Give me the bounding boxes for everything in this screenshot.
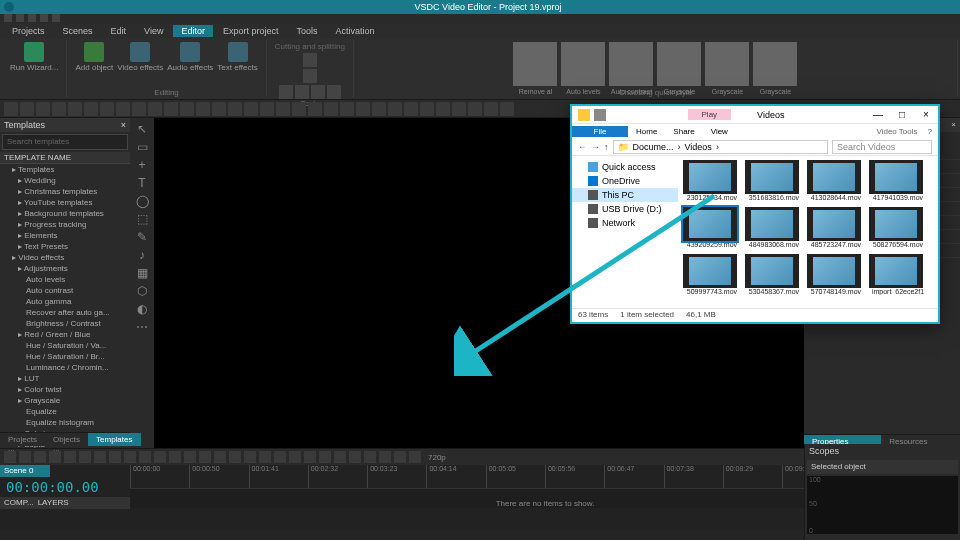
tool-icon[interactable]: ✎ (135, 230, 149, 242)
tool-icon[interactable] (311, 85, 325, 99)
timeline-tool[interactable] (229, 451, 241, 463)
tree-item[interactable]: ▸ LUT (0, 373, 130, 384)
tree-item[interactable]: Brightness / Contrast (0, 318, 130, 329)
timeline-tool[interactable] (379, 451, 391, 463)
tree-item[interactable]: ▸ Background templates (0, 208, 130, 219)
timeline-tool[interactable] (364, 451, 376, 463)
file-item[interactable]: _351683816.mov (744, 160, 800, 201)
nav-quick-access[interactable]: Quick access (572, 160, 678, 174)
toolbar-button[interactable] (164, 102, 178, 116)
style-thumb[interactable]: Auto contrast (609, 42, 653, 86)
tree-item[interactable]: ▸ YouTube templates (0, 197, 130, 208)
address-bar[interactable]: 📁 Docume...› Videos› (613, 140, 829, 154)
menu-tools[interactable]: Tools (288, 25, 325, 37)
tool-icon[interactable]: ▦ (135, 266, 149, 278)
menu-view[interactable]: View (136, 25, 171, 37)
toolbar-button[interactable] (292, 102, 306, 116)
timeline-tool[interactable] (19, 451, 31, 463)
file-item[interactable]: _530458367.mov (744, 254, 800, 295)
timeline-tool[interactable] (34, 451, 46, 463)
tree-item[interactable]: ▸ Video effects (0, 252, 130, 263)
file-item[interactable]: _230125734.mov (682, 160, 738, 201)
tab-objects[interactable]: Objects ... (45, 433, 88, 446)
tree-item[interactable]: Auto levels (0, 274, 130, 285)
timeline-tool[interactable] (64, 451, 76, 463)
toolbar-button[interactable] (260, 102, 274, 116)
style-thumb[interactable]: Grayscale (705, 42, 749, 86)
toolbar-button[interactable] (228, 102, 242, 116)
explorer-menu-share[interactable]: Share (665, 126, 702, 137)
timeline-tool[interactable] (109, 451, 121, 463)
tree-item[interactable]: Equalize histogram (0, 417, 130, 428)
tool-icon[interactable] (295, 85, 309, 99)
explorer-menu-file[interactable]: File (572, 126, 628, 137)
timeline-tool[interactable] (289, 451, 301, 463)
toolbar-button[interactable] (132, 102, 146, 116)
toolbar-button[interactable] (180, 102, 194, 116)
tree-item[interactable]: Equalize (0, 406, 130, 417)
menu-editor[interactable]: Editor (173, 25, 213, 37)
close-button[interactable]: × (914, 109, 938, 120)
tool-icon[interactable]: ⋯ (135, 320, 149, 332)
toolbar-button[interactable] (68, 102, 82, 116)
timeline-tool[interactable] (139, 451, 151, 463)
run-wizard-button[interactable]: Run Wizard... (8, 40, 60, 74)
toolbar-button[interactable] (324, 102, 338, 116)
timeline-tool[interactable] (409, 451, 421, 463)
file-item[interactable]: _570748149.mov (806, 254, 862, 295)
timeline-tool[interactable] (274, 451, 286, 463)
menu-activation[interactable]: Activation (327, 25, 382, 37)
menu-scenes[interactable]: Scenes (55, 25, 101, 37)
tool-icon[interactable]: ↖ (135, 122, 149, 134)
toolbar-button[interactable] (276, 102, 290, 116)
file-item[interactable]: _439209259.mov (682, 207, 738, 248)
maximize-button[interactable]: □ (890, 109, 914, 120)
toolbar-button[interactable] (500, 102, 514, 116)
toolbar-button[interactable] (308, 102, 322, 116)
tree-item[interactable]: ▸ Christmas templates (0, 186, 130, 197)
explorer-search[interactable]: Search Videos (832, 140, 932, 154)
file-item[interactable]: _485723247.mov (806, 207, 862, 248)
nav-this-pc[interactable]: This PC (572, 188, 678, 202)
video-effects-button[interactable]: Video effects (115, 40, 165, 74)
track-layers[interactable]: LAYERS (38, 498, 69, 508)
toolbar-button[interactable] (148, 102, 162, 116)
tree-item[interactable]: ▸ Adjustments (0, 263, 130, 274)
nav-network[interactable]: Network (572, 216, 678, 230)
style-thumb[interactable]: Auto levels (561, 42, 605, 86)
tool-icon[interactable] (327, 85, 341, 99)
menu-export-project[interactable]: Export project (215, 25, 287, 37)
timeline-tool[interactable] (334, 451, 346, 463)
timeline-tool[interactable] (199, 451, 211, 463)
toolbar-button[interactable] (196, 102, 210, 116)
tool-icon[interactable]: ▭ (135, 140, 149, 152)
timeline-tool[interactable] (169, 451, 181, 463)
help-icon[interactable]: ? (922, 127, 938, 136)
timeline-tool[interactable] (259, 451, 271, 463)
file-explorer-window[interactable]: Play Videos — □ × FileHomeShareViewVideo… (570, 104, 940, 324)
timeline-tool[interactable] (154, 451, 166, 463)
toolbar-button[interactable] (468, 102, 482, 116)
timeline-tool[interactable] (319, 451, 331, 463)
breadcrumb[interactable]: Docume... (633, 142, 674, 152)
tool-icon[interactable]: ⬡ (135, 284, 149, 296)
file-item[interactable]: _508276594.mov (868, 207, 924, 248)
tool-icon[interactable]: ◐ (135, 302, 149, 314)
toolbar-button[interactable] (100, 102, 114, 116)
menu-projects[interactable]: Projects (4, 25, 53, 37)
tree-item[interactable]: Hue / Saturation / Br... (0, 351, 130, 362)
toolbar-button[interactable] (420, 102, 434, 116)
timeline-tool[interactable] (79, 451, 91, 463)
toolbar-button[interactable] (372, 102, 386, 116)
toolbar-button[interactable] (452, 102, 466, 116)
tab-templates[interactable]: Templates (88, 433, 140, 446)
toolbar-button[interactable] (116, 102, 130, 116)
tree-item[interactable]: Recover after auto ga... (0, 307, 130, 318)
toolbar-button[interactable] (340, 102, 354, 116)
panel-close-icon[interactable]: × (951, 120, 956, 130)
tool-icon[interactable]: T (135, 176, 149, 188)
style-thumb[interactable]: Grayscale (753, 42, 797, 86)
timeline-tool[interactable] (349, 451, 361, 463)
tree-item[interactable]: Auto gamma (0, 296, 130, 307)
tree-item[interactable]: Luminance / Chromin... (0, 362, 130, 373)
